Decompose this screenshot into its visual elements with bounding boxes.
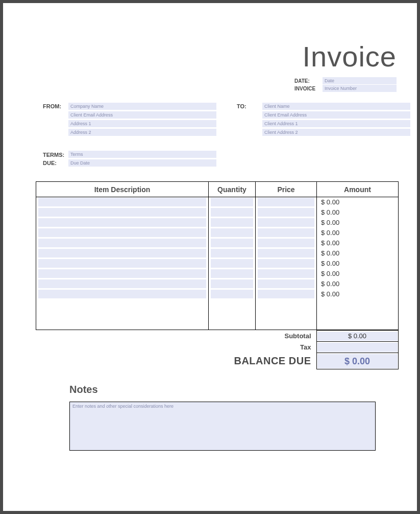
- item-amount: $ 0.00: [317, 238, 399, 248]
- tax-value[interactable]: [316, 342, 398, 353]
- to-label: TO:: [237, 103, 262, 136]
- item-description-input[interactable]: [38, 228, 206, 237]
- item-price-input[interactable]: [258, 269, 314, 278]
- from-label: FROM:: [43, 103, 68, 136]
- to-address1-input[interactable]: Client Address 1: [262, 120, 410, 127]
- item-amount: $ 0.00: [317, 218, 399, 228]
- line-item-row: $ 0.00: [36, 279, 399, 289]
- item-quantity-input[interactable]: [211, 249, 253, 258]
- invoice-page: Invoice DATE: Date INVOICE Invoice Numbe…: [3, 3, 417, 511]
- line-item-row: $ 0.00: [36, 248, 399, 259]
- item-amount: $ 0.00: [317, 279, 399, 289]
- item-description-input[interactable]: [38, 208, 206, 217]
- from-address1-input[interactable]: Address 1: [68, 120, 216, 127]
- from-block: FROM: Company Name Client Email Address …: [43, 103, 216, 136]
- line-item-row: $ 0.00: [36, 207, 399, 218]
- terms-block: TERMS: DUE: Terms Due Date: [13, 151, 407, 167]
- line-item-row: $ 0.00: [36, 269, 399, 279]
- item-quantity-input[interactable]: [211, 259, 253, 268]
- item-amount: $ 0.00: [317, 207, 399, 218]
- col-quantity: Quantity: [209, 182, 256, 197]
- notes-heading: Notes: [69, 384, 386, 395]
- balance-due-label: BALANCE DUE: [208, 353, 316, 369]
- item-price-input[interactable]: [258, 228, 314, 237]
- item-price-input[interactable]: [258, 208, 314, 217]
- to-email-input[interactable]: Client Email Address: [262, 111, 410, 119]
- item-price-input[interactable]: [258, 198, 314, 206]
- from-address2-input[interactable]: Address 2: [68, 129, 216, 136]
- item-amount: $ 0.00: [317, 248, 399, 259]
- item-description-input[interactable]: [38, 198, 206, 206]
- item-description-input[interactable]: [38, 218, 206, 227]
- terms-label: TERMS:: [43, 151, 68, 159]
- notes-input[interactable]: Enter notes and other special considerat…: [69, 402, 376, 451]
- item-amount: $ 0.00: [317, 228, 399, 238]
- line-item-row: $ 0.00: [36, 259, 399, 269]
- item-description-input[interactable]: [38, 239, 206, 247]
- item-amount: $ 0.00: [317, 289, 399, 299]
- notes-section: Notes Enter notes and other special cons…: [69, 384, 386, 451]
- line-item-row: $ 0.00: [36, 218, 399, 228]
- totals-table: Subtotal $ 0.00 Tax BALANCE DUE $ 0.00: [36, 330, 399, 369]
- item-description-input[interactable]: [38, 290, 206, 298]
- subtotal-label: Subtotal: [208, 331, 316, 342]
- line-item-row: $ 0.00: [36, 228, 399, 238]
- col-description: Item Description: [36, 182, 209, 197]
- col-amount: Amount: [317, 182, 399, 197]
- due-date-input[interactable]: Due Date: [68, 159, 216, 167]
- parties: FROM: Company Name Client Email Address …: [13, 103, 407, 136]
- to-name-input[interactable]: Client Name: [262, 103, 410, 110]
- to-address2-input[interactable]: Client Address 2: [262, 129, 410, 136]
- item-amount: $ 0.00: [317, 269, 399, 279]
- item-quantity-input[interactable]: [211, 279, 253, 288]
- item-price-input[interactable]: [258, 239, 314, 247]
- to-block: TO: Client Name Client Email Address Cli…: [237, 103, 410, 136]
- line-item-row: $ 0.00: [36, 197, 399, 207]
- item-description-input[interactable]: [38, 279, 206, 288]
- item-quantity-input[interactable]: [211, 208, 253, 217]
- item-quantity-input[interactable]: [211, 239, 253, 247]
- invoice-meta: DATE: Date INVOICE Invoice Number: [294, 77, 397, 92]
- balance-due-value: $ 0.00: [316, 353, 398, 369]
- item-quantity-input[interactable]: [211, 269, 253, 278]
- line-items-table: Item Description Quantity Price Amount $…: [36, 181, 399, 330]
- subtotal-value: $ 0.00: [316, 331, 398, 342]
- item-description-input[interactable]: [38, 269, 206, 278]
- item-description-input[interactable]: [38, 249, 206, 258]
- due-label: DUE:: [43, 159, 68, 167]
- item-price-input[interactable]: [258, 218, 314, 227]
- item-price-input[interactable]: [258, 249, 314, 258]
- item-price-input[interactable]: [258, 279, 314, 288]
- page-title: Invoice: [13, 40, 407, 73]
- tax-label: Tax: [208, 342, 316, 353]
- item-quantity-input[interactable]: [211, 290, 253, 298]
- item-price-input[interactable]: [258, 290, 314, 298]
- col-price: Price: [256, 182, 317, 197]
- line-item-row: $ 0.00: [36, 238, 399, 248]
- item-quantity-input[interactable]: [211, 228, 253, 237]
- item-price-input[interactable]: [258, 259, 314, 268]
- from-company-input[interactable]: Company Name: [68, 103, 216, 110]
- line-item-row: $ 0.00: [36, 289, 399, 299]
- invoice-number-label: INVOICE: [294, 86, 323, 91]
- from-email-input[interactable]: Client Email Address: [68, 111, 216, 119]
- terms-input[interactable]: Terms: [68, 151, 216, 158]
- date-input[interactable]: Date: [323, 77, 397, 84]
- item-quantity-input[interactable]: [211, 218, 253, 227]
- item-quantity-input[interactable]: [211, 198, 253, 206]
- item-amount: $ 0.00: [317, 259, 399, 269]
- date-label: DATE:: [294, 78, 323, 84]
- invoice-number-input[interactable]: Invoice Number: [323, 85, 397, 92]
- item-amount: $ 0.00: [317, 197, 399, 207]
- item-description-input[interactable]: [38, 259, 206, 268]
